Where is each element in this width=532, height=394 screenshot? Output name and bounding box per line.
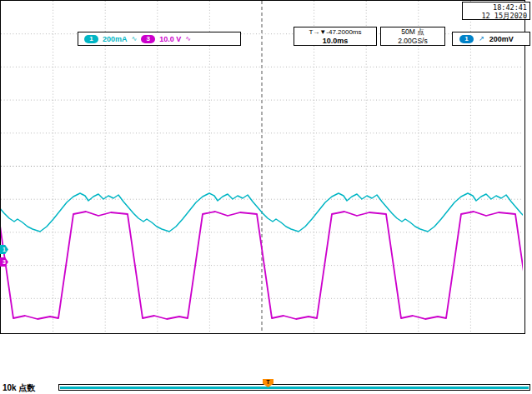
- channel-1-scale: 200mA: [103, 35, 128, 43]
- oscilloscope-screen: 18:42:41 12 15月2020 1 200mA ∿ 3 10.0 V ∿…: [0, 0, 532, 394]
- clock-date: 12 15月2020: [463, 12, 527, 20]
- trigger-source-badge[interactable]: 1: [459, 35, 474, 43]
- delay-icon: T→▼: [309, 28, 326, 36]
- record-length: 50M 点: [381, 27, 444, 37]
- trigger-level: 200mV: [489, 35, 514, 43]
- trigger-readout[interactable]: 1 ↗ 200mV: [452, 32, 530, 46]
- acquisition-readout[interactable]: 50M 点 2.00GS/s: [380, 27, 445, 46]
- clock-time: 18:42:41: [463, 3, 527, 12]
- record-points-label: 10k 点数: [3, 382, 35, 394]
- record-view-bar[interactable]: [58, 384, 530, 391]
- channels-readout[interactable]: 1 200mA ∿ 3 10.0 V ∿: [78, 32, 241, 46]
- channel-1-coupling-icon: ∿: [132, 35, 138, 42]
- timebase-value: 10.0ms: [294, 37, 376, 46]
- channel-3-badge[interactable]: 3: [141, 35, 155, 43]
- horizontal-readout[interactable]: T→▼-47.2000ms 10.0ms: [294, 27, 377, 46]
- graticule: [0, 0, 525, 334]
- delay-value: -47.2000ms: [326, 28, 361, 36]
- record-view-fill: [60, 387, 529, 389]
- channel-3-coupling-icon: ∿: [185, 35, 191, 42]
- delay-readout: T→▼-47.2000ms: [294, 27, 376, 37]
- channel-3-scale: 10.0 V: [159, 35, 181, 43]
- trigger-slope-icon: ↗: [479, 35, 484, 42]
- waveform-display: [1, 1, 523, 332]
- clock-box: 18:42:41 12 15月2020: [462, 2, 530, 20]
- channel-1-badge[interactable]: 1: [84, 35, 98, 43]
- sample-rate: 2.00GS/s: [381, 37, 444, 46]
